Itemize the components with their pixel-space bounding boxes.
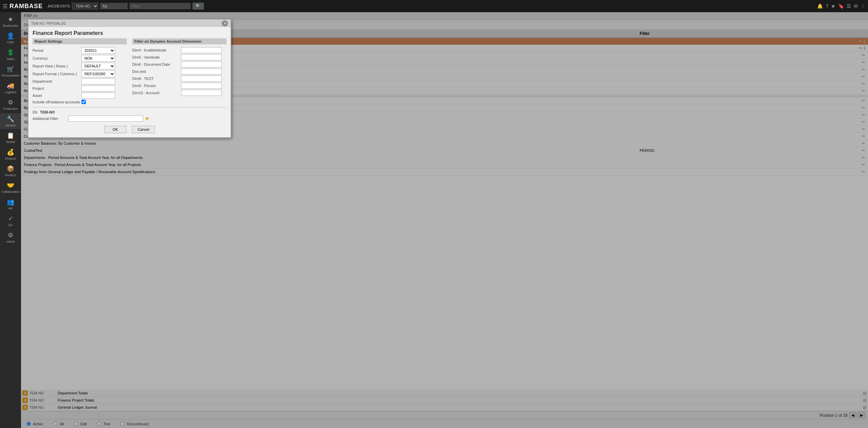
sidebar-item-collaboration[interactable]: 🤝 Collaboration [0,180,21,196]
dim4-input[interactable] [181,47,222,53]
hamburger-icon[interactable]: ☰ [3,3,7,9]
topbar: ☰ RAMBASE JHCDEVSYS TEM-NO 🔍 🔔 ? ★ 🔖 ☰ ✉… [0,0,868,12]
sidebar-item-sales[interactable]: 💲 Sales [0,47,21,63]
more-icon[interactable]: ⋮ [861,3,865,9]
report-settings-header: Report Settings [33,38,127,44]
sidebar-label-logistics: Logistics [4,90,16,94]
include-offbalance-checkbox[interactable] [81,100,86,104]
report-format-select[interactable]: REF/100280 [81,70,115,77]
sidebar: ★ Bookmarks 👤 CRM 💲 Sales 🛒 Procurement … [0,12,21,428]
additional-filter-input[interactable] [68,116,143,122]
sidebar-label-hr: HR [8,207,13,210]
list-icon[interactable]: ☰ [847,3,851,9]
sales-icon: 💲 [7,49,14,56]
modal-db-section: Db TEM-NO [33,110,226,114]
dim9-input[interactable] [181,83,222,89]
add-filter-button[interactable]: ✚ [145,116,149,121]
cancel-button[interactable]: Cancel [132,126,155,133]
sidebar-item-procurement[interactable]: 🛒 Procurement [0,63,21,79]
environment-dropdown[interactable]: TEM-NO [72,3,98,9]
dim9-label: Dim9 : Person [132,84,180,88]
currency-select[interactable]: NOK [81,55,115,62]
sidebar-item-logistics[interactable]: 🚚 Logistics [0,80,21,96]
modal-db-label: Db [33,110,37,114]
dim8-input[interactable] [181,76,222,82]
ok-button[interactable]: OK [104,126,126,133]
sidebar-item-finance[interactable]: 💰 Finance [0,146,21,162]
additional-filter-row: Additional Filter ✚ [33,116,226,122]
sidebar-item-qa[interactable]: ✓ QA [0,213,21,229]
asset-row: Asset [33,93,127,99]
dim9-row: Dim9 : Person [132,83,226,89]
sidebar-label-collaboration: Collaboration [1,190,19,193]
modal-buttons: OK Cancel [33,126,226,133]
dim6-input[interactable] [181,61,222,67]
period-select[interactable]: 202011 [81,47,115,54]
rental-icon: 📋 [7,132,14,139]
sidebar-item-production[interactable]: ⚙ Production [0,97,21,113]
bell-icon[interactable]: 🔔 [817,3,823,9]
sidebar-item-rental[interactable]: 📋 Rental [0,130,21,146]
finance-icon: 💰 [7,148,14,156]
modal-right-col: Dim4 : Kvalitetskode Dim5 : Varekode Dim… [132,47,226,105]
sidebar-item-service[interactable]: 🔧 Service [0,113,21,129]
filter-dim-header: Filter on Dynamic Account Dimension [132,38,226,44]
project-label: Project [33,86,80,90]
logo: RAMBASE [9,3,43,10]
dim8-row: Dim8 : TEST [132,76,226,82]
sidebar-label-procurement: Procurement [2,74,19,77]
department-row: Department [33,78,127,84]
department-input[interactable] [81,78,115,84]
admin-icon: ⚙ [8,231,13,239]
sidebar-label-service: Service [5,124,16,127]
report-view-select[interactable]: DEFAULT [81,63,115,69]
dim4-row: Dim4 : Kvalitetskode [132,47,226,53]
sidebar-label-crm: CRM [7,41,14,44]
asset-input[interactable] [81,93,115,99]
period-row: Period 202011 [33,47,127,54]
topbar-icons: 🔔 ? ★ 🔖 ☰ ✉ ⋮ [817,3,865,9]
procurement-icon: 🛒 [7,65,14,73]
modal-dialog: TEM-NO: FRPDIALOG ✕ Finance Report Param… [28,19,231,138]
product-icon: 📦 [7,165,14,172]
sidebar-label-sales: Sales [7,57,15,61]
project-input[interactable] [81,85,115,91]
asset-label: Asset [33,94,80,98]
sidebar-label-product: Product [5,174,16,177]
dim6-label: Dim6 : Document Date [132,62,180,66]
module-input[interactable] [100,3,127,9]
doctest-input[interactable] [181,68,222,75]
dim10-input[interactable] [181,90,222,96]
filter-input[interactable] [130,3,191,9]
dim5-label: Dim5 : Varekode [132,55,180,59]
report-format-row: Report Format ( Columns ) REF/100280 [33,70,127,77]
logistics-icon: 🚚 [7,82,14,89]
sidebar-label-admin: Admin [6,240,15,243]
modal-close-button[interactable]: ✕ [222,20,228,26]
doctest-row: Doc.test [132,68,226,75]
dim5-input[interactable] [181,54,222,60]
dim10-row: Dim10 : Account [132,90,226,96]
report-view-row: Report View ( Rows ) DEFAULT [33,63,127,69]
modal-left-col: Period 202011 Currency NOK Report View (… [33,47,127,105]
mail-icon[interactable]: ✉ [854,3,858,9]
sidebar-item-admin[interactable]: ⚙ Admin [0,229,21,245]
bookmark-icon[interactable]: 🔖 [838,3,844,9]
bookmarks-icon: ★ [8,16,13,23]
favorites-icon[interactable]: ★ [831,3,835,9]
modal-db-value: TEM-NO [40,110,55,114]
help-icon[interactable]: ? [826,3,828,9]
currency-label: Currency [33,56,80,60]
qa-icon: ✓ [8,215,13,222]
sidebar-item-crm[interactable]: 👤 CRM [0,30,21,46]
additional-filter-label: Additional Filter [33,117,66,121]
sidebar-item-bookmarks[interactable]: ★ Bookmarks [0,14,21,29]
project-row: Project [33,85,127,91]
department-label: Department [33,79,80,83]
report-view-label: Report View ( Rows ) [33,64,80,68]
search-button[interactable]: 🔍 [193,3,204,9]
dim6-row: Dim6 : Document Date [132,61,226,67]
production-icon: ⚙ [8,99,13,106]
sidebar-item-hr[interactable]: 👥 HR [0,196,21,212]
sidebar-item-product[interactable]: 📦 Product [0,163,21,179]
